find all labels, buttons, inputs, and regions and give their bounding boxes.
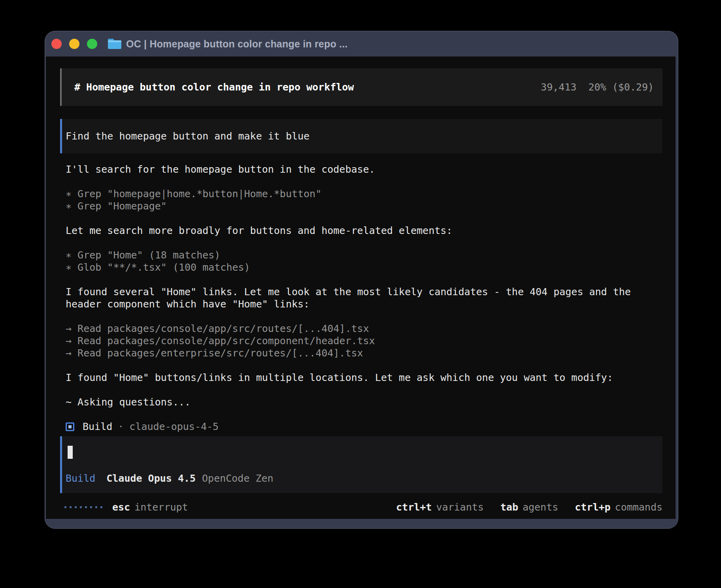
user-message-text: Find the homepage button and make it blu… — [66, 130, 310, 142]
build-agent-icon — [66, 422, 74, 431]
input-footer: Build Claude Opus 4.5 OpenCode Zen — [66, 472, 655, 484]
assistant-paragraph: Let me search more broadly for buttons a… — [60, 224, 662, 237]
keybind-commands: ctrl+p commands — [575, 501, 662, 513]
keybind-key: ctrl+p — [575, 501, 610, 513]
agent-status-row: Build · claude-opus-4-5 — [60, 420, 662, 433]
tool-call-read: → Read packages/console/app/src/componen… — [66, 335, 662, 347]
session-title: # Homepage button color change in repo w… — [74, 81, 541, 93]
keybind-label: commands — [615, 501, 662, 513]
tool-call-read: → Read packages/console/app/src/routes/[… — [66, 322, 662, 335]
assistant-paragraph: I found "Home" buttons/links in multiple… — [60, 371, 662, 384]
terminal-content: # Homepage button color change in repo w… — [46, 57, 676, 519]
keybind-variants: ctrl+t variants — [396, 501, 484, 513]
text-cursor — [68, 446, 73, 459]
titlebar: OC | Homepage button color change in rep… — [45, 31, 678, 57]
tool-call-group: ∗ Grep "Home" (18 matches) ∗ Glob "**/*.… — [60, 249, 662, 273]
esc-key-hint: esc — [112, 501, 130, 513]
tool-call-grep: ∗ Grep "Homepage" — [66, 200, 662, 212]
esc-key-label: interrupt — [134, 501, 188, 513]
agent-model: claude-opus-4-5 — [129, 420, 219, 433]
keybind-label: agents — [523, 501, 558, 513]
token-count: 39,413 — [541, 81, 576, 93]
agent-name: Build — [83, 420, 112, 433]
input-model-label[interactable]: Claude Opus 4.5 — [106, 472, 196, 484]
spinner-dots — [64, 506, 102, 508]
conversation-area: # Homepage button color change in repo w… — [46, 57, 676, 493]
zoom-button[interactable] — [87, 39, 97, 49]
close-button[interactable] — [51, 39, 62, 49]
statusbar: esc interrupt ctrl+t variants tab agents… — [46, 501, 676, 519]
statusbar-left: esc interrupt — [64, 501, 188, 513]
tool-call-group: → Read packages/console/app/src/routes/[… — [60, 322, 662, 359]
tool-call-glob: ∗ Glob "**/*.tsx" (100 matches) — [66, 261, 662, 273]
traffic-lights — [51, 39, 97, 49]
tool-call-read: → Read packages/enterprise/src/routes/[.… — [66, 347, 662, 359]
tool-call-grep: ∗ Grep "Home" (18 matches) — [66, 249, 662, 261]
keybind-key: ctrl+t — [396, 501, 432, 513]
desktop: OC | Homepage button color change in rep… — [0, 0, 721, 588]
tool-call-group: ∗ Grep "homepage|home.*button|Home.*butt… — [60, 188, 662, 212]
context-usage-cost: 20% ($0.29) — [588, 81, 654, 93]
tool-call-grep: ∗ Grep "homepage|home.*button|Home.*butt… — [66, 188, 662, 200]
folder-icon — [108, 38, 121, 49]
assistant-status: ~ Asking questions... — [60, 396, 662, 408]
prompt-input[interactable]: Build Claude Opus 4.5 OpenCode Zen — [60, 436, 662, 493]
window-title: OC | Homepage button color change in rep… — [126, 39, 347, 49]
keybind-label: variants — [436, 501, 483, 513]
session-header: # Homepage button color change in repo w… — [60, 68, 662, 106]
agent-separator: · — [118, 420, 124, 433]
keybind-key: tab — [500, 501, 518, 513]
terminal-window: OC | Homepage button color change in rep… — [45, 31, 678, 529]
keybind-agents: tab agents — [500, 501, 558, 513]
statusbar-right: ctrl+t variants tab agents ctrl+p comman… — [396, 501, 662, 513]
input-provider-label: OpenCode Zen — [202, 472, 274, 484]
minimize-button[interactable] — [69, 39, 79, 49]
input-agent-label[interactable]: Build — [66, 472, 95, 484]
assistant-paragraph: I found several "Home" links. Let me loo… — [60, 286, 662, 310]
user-message: Find the homepage button and make it blu… — [60, 119, 662, 153]
assistant-paragraph: I'll search for the homepage button in t… — [60, 163, 662, 175]
session-stats: 39,413 20% ($0.29) — [541, 81, 654, 93]
